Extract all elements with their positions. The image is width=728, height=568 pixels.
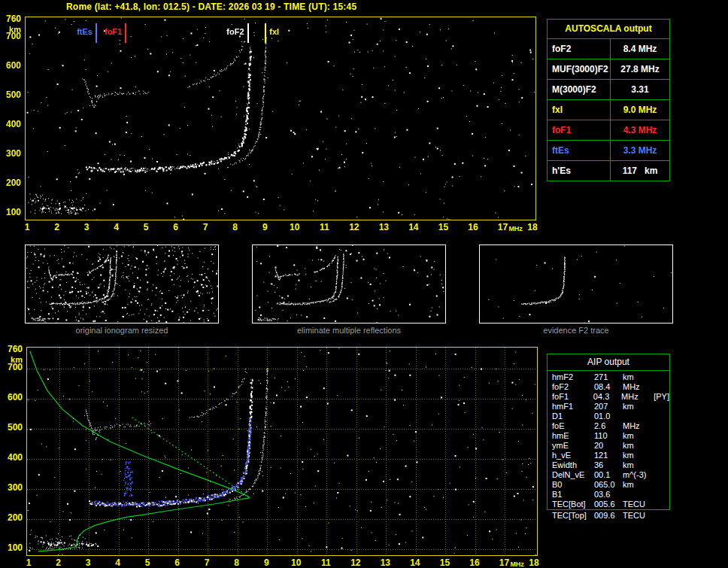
- param-name: h_vE: [552, 451, 594, 460]
- param-name: foF2: [548, 39, 611, 59]
- param-unit: [623, 412, 656, 421]
- param-value: 3.3 MHz: [611, 141, 669, 160]
- param-name: foF1: [552, 392, 593, 402]
- table-row: TEC[Bot]005.6TECU: [548, 500, 669, 509]
- marker-line-fof1-icon: [125, 23, 126, 43]
- thumbnail-caption: eliminate multiple reflections: [252, 326, 446, 335]
- x-tick-label: 5: [145, 558, 150, 567]
- x-tick-label: 7: [203, 223, 208, 232]
- x-tick-label: 11: [321, 558, 331, 567]
- param-name: hmE: [552, 431, 594, 441]
- x-tick-label: 10: [291, 558, 301, 567]
- param-unit: km: [623, 451, 656, 460]
- x-tick-label: 9: [264, 558, 269, 567]
- param-name: B0: [552, 480, 594, 490]
- param-value: 4.3 MHz: [611, 120, 669, 140]
- km-unit-label: km: [2, 355, 23, 364]
- frequency-marker-layer: ftEsfoF1foF2fxI: [26, 17, 535, 220]
- x-tick-label: 16: [469, 558, 479, 567]
- param-name: foE: [552, 421, 594, 431]
- x-tick-label: 16: [468, 223, 478, 232]
- mhz-unit-label: MHz: [510, 561, 524, 568]
- param-unit: TECU: [623, 500, 656, 509]
- y-tick-label: 500: [0, 90, 21, 100]
- param-name: foF1: [548, 120, 611, 140]
- x-tick-label: 12: [350, 558, 360, 567]
- param-value: 8.4 MHz: [611, 39, 669, 59]
- x-tick-label: 18: [527, 223, 537, 232]
- x-tick-label: 4: [114, 223, 119, 232]
- param-value: 9.0 MHz: [611, 100, 669, 120]
- y-tick-label: 600: [2, 393, 23, 402]
- y-tick-label: 760: [0, 14, 21, 24]
- x-tick-label: 9: [262, 223, 268, 232]
- param-value: 110: [594, 431, 623, 441]
- param-value: 117 km: [611, 161, 669, 181]
- param-value: 271: [594, 372, 623, 382]
- y-tick-label: 400: [0, 120, 21, 129]
- thumbnail-canvas: [26, 245, 218, 323]
- x-tick-label: 14: [408, 223, 418, 232]
- param-unit: km: [623, 460, 656, 470]
- marker-label-ftes: ftEs: [77, 27, 93, 36]
- table-row: B103.6: [548, 490, 669, 500]
- param-value: 08.4: [594, 382, 623, 392]
- marker-line-ftes-icon: [96, 23, 97, 43]
- x-tick-label: 1: [25, 223, 30, 232]
- param-value: 04.3: [593, 392, 621, 402]
- x-tick-label: 13: [379, 223, 389, 232]
- param-name: hmF1: [552, 402, 594, 412]
- x-tick-label: 11: [320, 223, 329, 232]
- table-row: h_vE121km: [548, 451, 669, 460]
- table-row: foF104.3MHz[PY]: [548, 392, 669, 402]
- x-tick-label: 15: [438, 223, 448, 232]
- param-value: 3.31: [611, 80, 669, 99]
- y-tick-label: 300: [2, 483, 23, 493]
- y-tick-label: 300: [0, 149, 21, 159]
- bottom-ionogram-canvas: [27, 348, 537, 555]
- y-tick-label: 600: [0, 61, 21, 71]
- param-name: TEC[Top]: [552, 511, 594, 521]
- param-unit: MHz: [623, 382, 656, 392]
- param-name: ymE: [552, 441, 594, 451]
- aip-output-box: AIP output hmF2271kmfoF208.4MHzfoF104.3M…: [547, 354, 670, 510]
- table-row: hmE110km: [548, 431, 669, 441]
- aip-box-title: AIP output: [548, 354, 669, 371]
- x-tick-label: 3: [86, 558, 91, 567]
- y-tick-label: 400: [2, 453, 23, 463]
- param-name: TEC[Bot]: [552, 500, 594, 509]
- thumbnail-multiple-reflections-removed: [252, 245, 446, 323]
- x-tick-label: 2: [54, 223, 59, 232]
- table-row: fxI 9.0 MHz: [548, 99, 669, 120]
- table-row: M(3000)F2 3.31: [548, 79, 669, 99]
- x-tick-label: 4: [115, 558, 120, 567]
- param-name: B1: [552, 490, 594, 500]
- param-value: 005.6: [594, 500, 623, 509]
- autoscala-output-table: AUTOSCALA output foF2 8.4 MHz MUF(3000)F…: [547, 19, 670, 181]
- table-row: hmF1207km: [548, 402, 669, 412]
- param-name: ftEs: [548, 141, 611, 160]
- param-unit: MHz: [621, 392, 654, 402]
- station-date-time-title: Rome (lat: +41.8, lon: 012.5) - DATE: 20…: [66, 2, 356, 12]
- table-row: MUF(3000)F2 27.8 MHz: [548, 59, 669, 79]
- x-tick-label: 17: [499, 558, 509, 567]
- param-name: DelN_vE: [552, 470, 594, 480]
- x-tick-label: 7: [205, 558, 210, 567]
- thumbnail-canvas: [480, 245, 672, 323]
- y-tick-label: 500: [2, 423, 23, 433]
- thumbnail-caption: original ionogram resized: [25, 326, 219, 335]
- aip-parameter-list: hmF2271kmfoF208.4MHzfoF104.3MHz[PY]hmF12…: [548, 371, 669, 509]
- param-name: M(3000)F2: [548, 80, 611, 99]
- param-unit: MHz: [623, 421, 656, 431]
- x-tick-label: 13: [381, 558, 390, 567]
- x-tick-label: 1: [26, 558, 32, 567]
- table-row: foF2 8.4 MHz: [548, 38, 669, 59]
- table-row: B0065.0km: [548, 480, 669, 490]
- x-tick-label: 5: [144, 223, 149, 232]
- marker-line-fxi-icon: [265, 23, 266, 43]
- thumbnail-canvas: [253, 245, 445, 323]
- mhz-unit-label: MHz: [508, 226, 523, 232]
- table-row: DelN_vE00.1m^(-3): [548, 470, 669, 480]
- y-tick-label: 760: [2, 345, 23, 354]
- table-row: foF1 4.3 MHz: [548, 120, 669, 140]
